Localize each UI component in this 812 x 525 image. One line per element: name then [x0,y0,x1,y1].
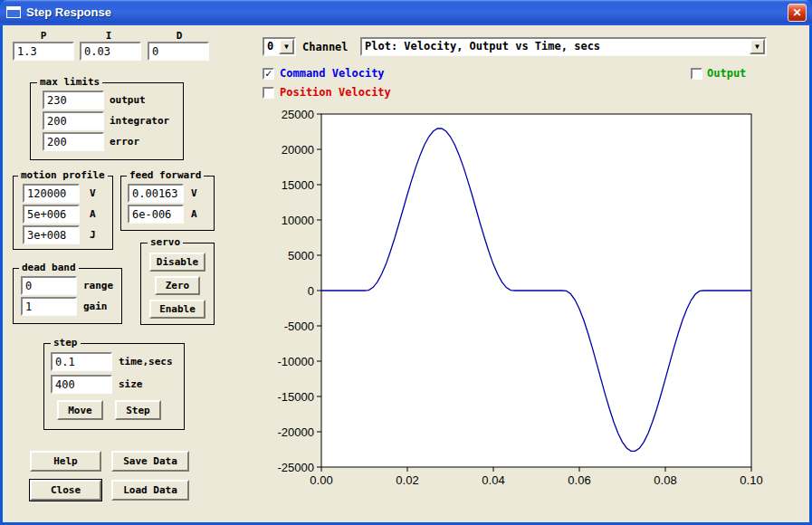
y-tick-label: -25000 [278,461,314,474]
move-button[interactable]: Move [57,400,103,420]
ff-v-input[interactable] [128,184,184,203]
ff-v-label: V [191,187,197,199]
channel-value: 0 [264,39,279,54]
zero-button[interactable]: Zero [155,276,200,295]
step-size-input[interactable] [51,375,112,394]
legend-label-command-velocity[interactable]: Command Velocity [280,67,385,80]
legend-label-output[interactable]: Output [707,67,746,80]
max-limits-title: max limits [37,76,102,88]
y-tick-label: -20000 [278,425,314,439]
chevron-down-icon[interactable]: ▼ [279,39,294,54]
step-title: step [51,337,81,348]
chevron-down-icon[interactable]: ▼ [750,39,765,54]
motion-a-label: A [90,208,96,220]
max-integrator-input[interactable] [43,111,104,130]
max-output-label: output [110,94,146,106]
x-tick-label: 0.04 [482,473,504,487]
max-output-input[interactable] [43,91,104,110]
legend-label-position-velocity[interactable]: Position Velocity [280,86,391,99]
y-tick-label: -10000 [278,355,314,368]
titlebar[interactable]: Step Response ✕ [0,0,812,25]
load-data-button[interactable]: Load Data [111,480,189,501]
window-icon [6,6,21,18]
close-window-button[interactable]: Close [30,480,101,501]
y-tick-label: 5000 [288,249,314,262]
motion-j-input[interactable] [23,225,80,244]
step-response-chart: 2500020000150001000050000-5000-10000-150… [272,104,779,493]
x-tick-label: 0.08 [654,473,676,487]
enable-button[interactable]: Enable [149,300,205,319]
dead-band-title: dead band [19,262,79,273]
feed-forward-title: feed forward [127,169,204,181]
gain-input[interactable] [21,297,77,316]
close-icon: ✕ [792,6,801,19]
close-button[interactable]: ✕ [788,4,807,22]
checkbox-position-velocity[interactable] [263,87,274,99]
channel-select[interactable]: 0 ▼ [263,37,296,56]
x-tick-label: 0.02 [396,473,418,487]
range-input[interactable] [21,276,77,295]
ff-a-input[interactable] [128,205,184,224]
d-input[interactable] [148,42,209,61]
y-tick-label: -5000 [284,320,314,333]
motion-a-input[interactable] [23,205,80,224]
y-tick-label: 0 [308,284,314,298]
window-title: Step Response [26,5,111,19]
y-tick-label: 25000 [282,108,314,121]
p-input[interactable] [13,42,74,61]
y-tick-label: 20000 [282,143,314,157]
step-size-label: size [119,378,143,390]
plot-select-value: Plot: Velocity, Output vs Time, secs [362,39,750,54]
x-tick-label: 0.06 [568,473,590,487]
y-tick-label: 10000 [282,214,314,227]
help-button[interactable]: Help [30,451,101,472]
range-label: range [83,280,113,291]
y-tick-label: -15000 [278,390,314,404]
servo-title: servo [148,236,183,248]
d-label: D [163,30,196,42]
disable-button[interactable]: Disable [149,253,205,272]
motion-v-label: V [90,187,96,199]
motion-v-input[interactable] [23,184,80,203]
ff-a-label: A [191,208,197,220]
y-tick-label: 15000 [282,178,314,192]
checkbox-output[interactable] [691,68,702,80]
i-input[interactable] [80,42,141,61]
checkbox-command-velocity[interactable]: ✓ [263,68,274,80]
max-error-label: error [110,136,139,148]
x-tick-label: 0.10 [740,473,762,487]
max-integrator-label: integrator [110,115,169,127]
channel-label: Channel [302,41,349,53]
step-time-label: time,secs [119,356,173,368]
gain-label: gain [83,301,108,312]
x-tick-label: 0.00 [310,473,332,487]
save-data-button[interactable]: Save Data [111,451,189,472]
p-label: P [27,30,60,42]
i-label: I [92,30,125,42]
step-response-window: Step Response ✕ P I D max limits output … [0,0,812,525]
motion-profile-title: motion profile [18,169,108,181]
step-time-input[interactable] [51,352,112,371]
motion-j-label: J [90,229,96,241]
plot-select[interactable]: Plot: Velocity, Output vs Time, secs ▼ [360,37,767,56]
step-button[interactable]: Step [115,400,161,420]
max-error-input[interactable] [43,132,104,151]
